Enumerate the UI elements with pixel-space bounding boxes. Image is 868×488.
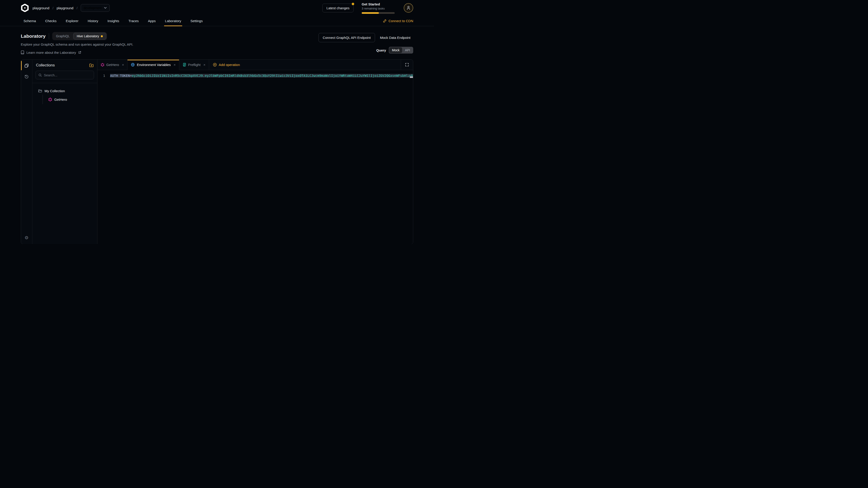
nav-history[interactable]: History bbox=[87, 16, 99, 26]
selected-text: AUTH_TOKEN=eyJhbGciOiJIUzI1NiIsInR5cCI6I… bbox=[110, 74, 413, 77]
graphql-icon bbox=[101, 63, 104, 67]
laboratory-header: Laboratory GraphiQL Hive Laboratory Expl… bbox=[0, 26, 434, 55]
collections-title: Collections bbox=[36, 63, 55, 68]
fullscreen-button[interactable] bbox=[401, 60, 413, 70]
scrollbar-thumb[interactable] bbox=[410, 76, 413, 78]
hive-logo-icon[interactable] bbox=[21, 4, 29, 12]
app-header: playground / playground / development La… bbox=[0, 0, 434, 16]
circle-plus-icon bbox=[213, 63, 217, 67]
page-title: Laboratory bbox=[21, 33, 46, 39]
close-icon[interactable]: × bbox=[122, 63, 124, 67]
query-mode-api[interactable]: API bbox=[402, 47, 413, 53]
external-link-icon bbox=[78, 51, 81, 54]
folder-open-icon bbox=[38, 89, 42, 93]
nav-apps[interactable]: Apps bbox=[147, 16, 157, 26]
nav-traces[interactable]: Traces bbox=[127, 16, 140, 26]
mode-hive-laboratory[interactable]: Hive Laboratory bbox=[73, 33, 106, 39]
connect-cdn-link[interactable]: Connect to CDN bbox=[383, 19, 413, 23]
breadcrumb-project[interactable]: playground bbox=[57, 6, 73, 10]
rail-history-button[interactable] bbox=[21, 71, 32, 82]
collection-folder-label: My Collection bbox=[44, 89, 65, 93]
notification-dot bbox=[352, 3, 354, 5]
env-variables-editor[interactable]: 1 AUTH_TOKEN=eyJhbGciOiJIUzI1NiIsInR5cCI… bbox=[97, 70, 413, 244]
close-icon[interactable]: × bbox=[204, 63, 206, 67]
main-nav: Schema Checks Explorer History Insights … bbox=[0, 16, 434, 26]
breadcrumb-org[interactable]: playground bbox=[33, 6, 49, 10]
editor-column: GetHero × Environment Variables × bbox=[97, 60, 413, 244]
book-icon bbox=[21, 51, 24, 55]
mock-data-endpoint-button[interactable]: Mock Data Endpoint bbox=[377, 33, 413, 42]
tab-environment-variables[interactable]: Environment Variables × bbox=[127, 60, 179, 70]
latest-changes-button[interactable]: Latest changes bbox=[322, 4, 353, 12]
operation-row-gethero[interactable]: GetHero bbox=[43, 96, 97, 103]
link-icon bbox=[383, 19, 386, 23]
nav-explorer[interactable]: Explorer bbox=[65, 16, 79, 26]
mode-graphiql[interactable]: GraphiQL bbox=[53, 33, 73, 39]
connect-graphql-endpoint-button[interactable]: Connect GraphQL API Endpoint bbox=[318, 33, 375, 42]
status-dot bbox=[101, 35, 103, 37]
query-mode-mock[interactable]: Mock bbox=[389, 47, 402, 53]
search-input[interactable] bbox=[44, 73, 91, 77]
collection-folder-row[interactable]: My Collection bbox=[32, 89, 97, 93]
fullscreen-icon bbox=[405, 63, 409, 67]
add-operation-button[interactable]: Add operation bbox=[209, 60, 244, 70]
collections-search[interactable] bbox=[35, 71, 94, 79]
nav-schema[interactable]: Schema bbox=[23, 16, 37, 26]
collections-sidebar: Collections bbox=[32, 60, 97, 244]
chevron-down-icon bbox=[104, 7, 107, 9]
close-icon[interactable]: × bbox=[174, 63, 176, 67]
history-icon bbox=[24, 74, 29, 78]
nav-settings[interactable]: Settings bbox=[190, 16, 204, 26]
query-mode-toggle: Mock API bbox=[389, 47, 413, 54]
get-started-title: Get Started bbox=[362, 2, 396, 6]
get-started-progress bbox=[362, 12, 395, 14]
search-icon bbox=[38, 73, 42, 77]
person-icon bbox=[406, 6, 410, 10]
user-avatar[interactable] bbox=[404, 3, 413, 13]
script-icon bbox=[183, 63, 186, 67]
nav-laboratory[interactable]: Laboratory bbox=[164, 16, 182, 26]
target-select[interactable]: development bbox=[81, 4, 110, 12]
globe-icon bbox=[131, 63, 135, 67]
lab-mode-toggle: GraphiQL Hive Laboratory bbox=[52, 32, 107, 40]
tab-preflight[interactable]: Preflight × bbox=[179, 60, 209, 70]
laboratory-panel: ⚙ Collections bbox=[21, 59, 413, 244]
line-number: 1 bbox=[97, 74, 110, 77]
operation-tabstrip: GetHero × Environment Variables × bbox=[97, 60, 413, 70]
page-description: Explore your GraphQL schema and run quer… bbox=[21, 42, 318, 46]
tab-gethero[interactable]: GetHero × bbox=[97, 60, 127, 70]
operation-label: GetHero bbox=[54, 98, 67, 101]
collections-icon bbox=[24, 64, 29, 68]
get-started-subtitle: 3 remaining tasks bbox=[362, 7, 396, 10]
add-collection-folder-icon[interactable] bbox=[89, 64, 94, 67]
sidebar-rail: ⚙ bbox=[21, 60, 32, 244]
breadcrumb: playground / playground / development bbox=[33, 4, 110, 12]
graphql-icon bbox=[49, 98, 52, 101]
query-label: Query bbox=[376, 48, 386, 52]
code-line-1: 1 AUTH_TOKEN=eyJhbGciOiJIUzI1NiIsInR5cCI… bbox=[97, 72, 413, 79]
get-started-widget[interactable]: Get Started 3 remaining tasks bbox=[362, 2, 396, 14]
nav-checks[interactable]: Checks bbox=[44, 16, 57, 26]
nav-insights[interactable]: Insights bbox=[107, 16, 120, 26]
learn-more-link[interactable]: Learn more about the Laboratory bbox=[21, 51, 318, 55]
rail-collections-button[interactable] bbox=[21, 60, 32, 71]
settings-gear-icon[interactable]: ⚙ bbox=[25, 235, 29, 240]
